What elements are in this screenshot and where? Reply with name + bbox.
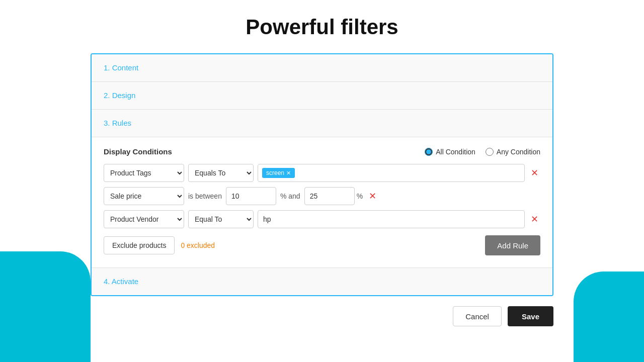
section-design-link[interactable]: 2. Design [104,91,135,100]
page-container: Powerful filters 1. Content 2. Design 3.… [0,0,644,326]
rules-section: Display Conditions All Condition Any Con… [92,137,552,268]
radio-all-input[interactable] [425,148,433,156]
delete-row-3[interactable]: ✕ [529,214,540,225]
accordion-section-activate[interactable]: 4. Activate [92,268,552,295]
value2-input[interactable] [304,187,355,205]
accordion-section-rules-header[interactable]: 3. Rules [92,110,552,137]
excluded-count: 0 excluded [181,241,215,249]
main-card: 1. Content 2. Design 3. Rules Display Co… [91,53,553,296]
condition-radios: All Condition Any Condition [425,148,540,156]
action-left: Exclude products 0 excluded [104,236,215,254]
radio-all-condition[interactable]: All Condition [425,148,475,156]
value1-wrap [226,187,276,205]
tag-close-screen[interactable]: ✕ [286,170,291,176]
radio-any-input[interactable] [486,148,494,156]
percent-sign: % [357,192,363,200]
radio-any-label: Any Condition [497,148,540,156]
vendor-text-input[interactable] [258,210,525,228]
radio-any-condition[interactable]: Any Condition [486,148,540,156]
operator-select-1[interactable]: Equals To Not Equals To Contains [188,164,254,182]
value2-wrap: % [304,187,363,205]
section-rules-link[interactable]: 3. Rules [104,119,131,127]
section-content-link[interactable]: 1. Content [104,63,138,72]
value1-input[interactable] [226,187,276,205]
field-select-1[interactable]: Product Tags Sale price Product Vendor [104,164,184,182]
delete-row-2[interactable]: ✕ [367,191,378,202]
action-row: Exclude products 0 excluded Add Rule [104,235,540,255]
save-button[interactable]: Save [508,306,553,326]
filter-row-3: Product Vendor Product Tags Sale price E… [104,210,540,228]
accordion-section-design[interactable]: 2. Design [92,82,552,110]
radio-all-label: All Condition [436,148,475,156]
footer: Cancel Save [91,306,553,326]
conditions-header: Display Conditions All Condition Any Con… [104,147,540,156]
accordion-section-content[interactable]: 1. Content [92,54,552,82]
filter-row-2: Sale price Product Tags Product Vendor i… [104,187,540,205]
filter-row-1: Product Tags Sale price Product Vendor E… [104,164,540,182]
add-rule-button[interactable]: Add Rule [485,235,540,255]
between-label: is between [188,192,222,200]
and-label: % and [280,192,300,200]
tag-container-1: screen ✕ [258,164,525,182]
field-select-3[interactable]: Product Vendor Product Tags Sale price [104,210,184,228]
tag-badge-screen: screen ✕ [262,168,295,178]
section-activate-link[interactable]: 4. Activate [104,277,138,286]
delete-row-1[interactable]: ✕ [529,167,540,178]
page-title: Powerful filters [246,15,398,39]
operator-select-3[interactable]: Equal To Not Equal To Contains [188,210,254,228]
field-select-2[interactable]: Sale price Product Tags Product Vendor [104,187,184,205]
conditions-title: Display Conditions [104,147,172,156]
cancel-button[interactable]: Cancel [453,306,502,326]
tag-text-screen: screen [266,169,284,176]
exclude-products-button[interactable]: Exclude products [104,236,175,254]
